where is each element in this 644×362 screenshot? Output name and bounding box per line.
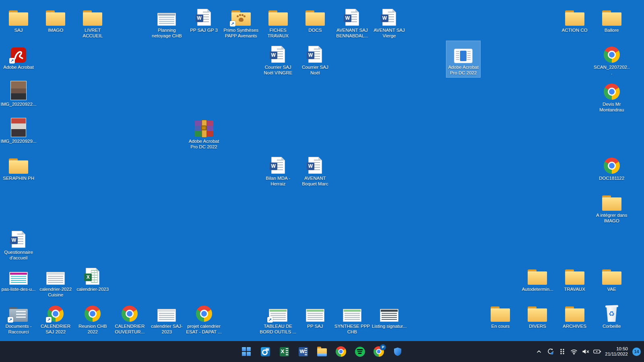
battery-charging-icon[interactable] <box>593 348 601 356</box>
desktop-icon-imago[interactable]: IMAGO <box>39 4 72 35</box>
desktop-icon-adobe-acrobat-pro-dc-2022[interactable]: Adobe Acrobat Pro DC 2022 <box>446 41 480 77</box>
taskbar: 10:50 21/11/2022 14 <box>0 341 644 362</box>
desktop-icon-seraphin-ph[interactable]: SERAPHIN PH <box>2 152 35 183</box>
desktop-icon-adobe-acrobat-pro-dc-2022[interactable]: Adobe Acrobat Pro DC 2022 <box>187 115 221 151</box>
shortcut-arrow-icon: ↗ <box>267 317 273 323</box>
icon-label: A intégrer dans IMAGO <box>593 212 630 224</box>
excel-app-icon <box>280 347 289 356</box>
spreadsheet-thumbnail-icon <box>306 309 324 322</box>
desktop-icon-synthese-ppp-chb[interactable]: SYNTHESE PPP CHB <box>335 300 369 336</box>
taskbar-button-word[interactable] <box>295 343 311 360</box>
notification-count-badge[interactable]: 14 <box>632 348 641 356</box>
taskbar-button-outlook[interactable] <box>257 343 273 360</box>
icon-label: VAE <box>593 286 630 292</box>
desktop-icon-livret-accueil[interactable]: LIVRET ACCUEIL <box>76 4 109 40</box>
word-document-icon <box>271 157 285 174</box>
taskbar-button-chrome[interactable] <box>333 343 349 360</box>
icon-label: Reunion CHB 2022 <box>74 323 111 335</box>
desktop-icon-avenant-boquet-marc[interactable]: AVENANT Boquet Marc <box>298 152 332 188</box>
icon-label: Questionnaire d'accueil <box>0 249 37 261</box>
desktop-icon-bilan-mda-herraiz[interactable]: Bilan MDA - Herraiz <box>261 152 295 188</box>
dots-grid-icon[interactable] <box>558 348 566 356</box>
taskbar-button-windows-security[interactable] <box>390 343 406 360</box>
word-document-icon <box>382 9 396 26</box>
clock-date: 21/11/2022 <box>605 352 628 357</box>
desktop-icon-tableau-de-bord-outils[interactable]: ↗TABLEAU DE BORD OUTILS ... <box>261 300 295 336</box>
desktop-icon-calendrier-2023[interactable]: calendrier-2023 <box>76 263 109 294</box>
desktop-icon-a-int-grer-dans-imago[interactable]: A intégrer dans IMAGO <box>595 189 629 225</box>
desktop-icon-courrier-saj-no-l[interactable]: Courrier SAJ Noël <box>298 41 332 77</box>
desktop-icon-planning-netoyage-chb[interactable]: Planning netoyage CHB <box>150 4 184 40</box>
folder-icon <box>9 10 28 26</box>
icon-label: Autodetermin... <box>519 286 556 292</box>
desktop-icon-pp-saj[interactable]: PP SAJ <box>298 300 332 331</box>
desktop-icon-calendrier-saj-2023[interactable]: calendrier SAJ-2023 <box>150 300 184 336</box>
desktop-icon-calendrier-ouvertur[interactable]: CALENDRIER OUVERTUR... <box>113 300 147 336</box>
icon-label: Bilan MDA - Herraiz <box>260 175 297 187</box>
desktop-icon-divers[interactable]: DIVERS <box>520 300 554 331</box>
desktop-icon-ballore[interactable]: Ballore <box>595 4 629 35</box>
profile-badge-icon <box>380 344 386 350</box>
desktop-icon-corbeille[interactable]: ♻Corbeille <box>595 300 629 331</box>
desktop-icon-img-20220922[interactable]: IMG_20220922... <box>2 78 35 109</box>
desktop-icon-documents-raccourci[interactable]: ↗Documents - Raccourci <box>2 300 35 336</box>
desktop-icon-scan-2207202[interactable]: SCAN_2207202... <box>595 41 629 77</box>
file-explorer-icon <box>317 348 327 356</box>
desktop-icon-projet-calendrier-esat-dapat[interactable]: projet calendrier ESAT - DAPAT ... <box>187 300 221 336</box>
desktop-icon-img-20220929[interactable]: IMG_20220929... <box>2 115 35 146</box>
icon-label: Courrier SAJ Noël VINGRE <box>260 64 297 76</box>
icon-label: ARCHIVES <box>556 323 593 329</box>
taskbar-button-file-explorer[interactable] <box>314 343 330 360</box>
icon-label: Devis Mr Montandrau <box>593 101 630 113</box>
icon-label: PP SAJ GP 3 <box>186 27 223 33</box>
desktop-icon-calendrier-saj-2022[interactable]: ↗CALENDRIER SAJ 2022 <box>39 300 72 336</box>
desktop-icon-calendrier-2022-cuisine[interactable]: calendrier-2022 Cuisine <box>39 263 72 299</box>
desktop-icon-avenant-saj-vierge[interactable]: AVENANT SAJ Vierge <box>372 4 406 40</box>
taskbar-clock[interactable]: 10:50 21/11/2022 <box>605 346 628 357</box>
desktop-icon-travaux[interactable]: TRAVAUX <box>558 263 592 294</box>
taskbar-button-excel[interactable] <box>276 343 292 360</box>
desktop-icon-devis-mr-montandrau[interactable]: Devis Mr Montandrau <box>595 78 629 114</box>
desktop-icon-reunion-chb-2022[interactable]: Reunion CHB 2022 <box>76 300 109 336</box>
desktop-icon-avenant-saj-bennabdal[interactable]: AVENANT SAJ BENNABDAL... <box>335 4 369 40</box>
desktop-icon-questionnaire-d-accueil[interactable]: Questionnaire d'accueil <box>2 226 35 262</box>
desktop-icon-primo-synth-ses-papp-avenants[interactable]: ↗Primo Synthèses PAPP Avenants <box>224 4 258 40</box>
desktop-icon-en-cours[interactable]: En cours <box>483 300 517 331</box>
word-document-icon <box>197 9 211 26</box>
desktop-icon-archives[interactable]: ARCHIVES <box>558 300 592 331</box>
folder-icon <box>602 269 621 285</box>
taskbar-button-start[interactable] <box>238 343 254 360</box>
icon-label: AVENANT SAJ BENNABDAL... <box>334 27 371 39</box>
icon-label: Corbeille <box>593 323 630 329</box>
chrome-html-icon <box>604 84 620 100</box>
desktop-icon-saj[interactable]: SAJ <box>2 4 35 35</box>
desktop-icon-adobe-acrobat[interactable]: ↗Adobe Acrobat <box>2 41 35 72</box>
word-document-icon <box>345 9 359 26</box>
photo-thumbnail-icon <box>11 118 26 137</box>
installer-window-icon <box>454 49 472 63</box>
volume-muted-icon[interactable] <box>582 348 590 356</box>
taskbar-button-chrome-profile[interactable] <box>371 343 387 360</box>
desktop-icon-action-co[interactable]: ACTION CO <box>558 4 592 35</box>
desktop-background[interactable]: SAJIMAGOLIVRET ACCUEILPlanning netoyage … <box>0 0 644 362</box>
desktop-icon-autodetermin[interactable]: Autodetermin... <box>520 263 554 294</box>
desktop-icon-courrier-saj-no-l-vingre[interactable]: Courrier SAJ Noël VINGRE <box>261 41 295 77</box>
icon-label: TRAVAUX <box>556 286 593 292</box>
desktop-icon-listing-signatur[interactable]: Listing signatur... <box>372 300 406 331</box>
icon-label: TABLEAU DE BORD OUTILS ... <box>260 323 297 335</box>
wifi-icon[interactable] <box>570 348 578 356</box>
folder-icon <box>528 269 547 285</box>
icon-label: Planning netoyage CHB <box>148 27 185 39</box>
desktop-icon-vae[interactable]: VAE <box>595 263 629 294</box>
taskbar-button-spotify[interactable] <box>352 343 368 360</box>
icon-label: DOC181122 <box>593 175 630 181</box>
desktop-icon-docs[interactable]: DOCS <box>298 4 332 35</box>
chrome-html-icon <box>604 47 620 63</box>
sync-icon[interactable] <box>547 348 555 356</box>
shortcut-arrow-icon: ↗ <box>9 58 15 64</box>
desktop-icon-doc181122[interactable]: DOC181122 <box>595 152 629 183</box>
chevron-up-icon[interactable] <box>535 348 543 356</box>
desktop-icon-pp-saj-gp-3[interactable]: PP SAJ GP 3 <box>187 4 221 35</box>
desktop-icon-pas-liste-des-u[interactable]: pas-liste-des-u... <box>2 263 35 294</box>
desktop-icon-fiches-travaux[interactable]: FICHES TRAVAUX <box>261 4 295 40</box>
